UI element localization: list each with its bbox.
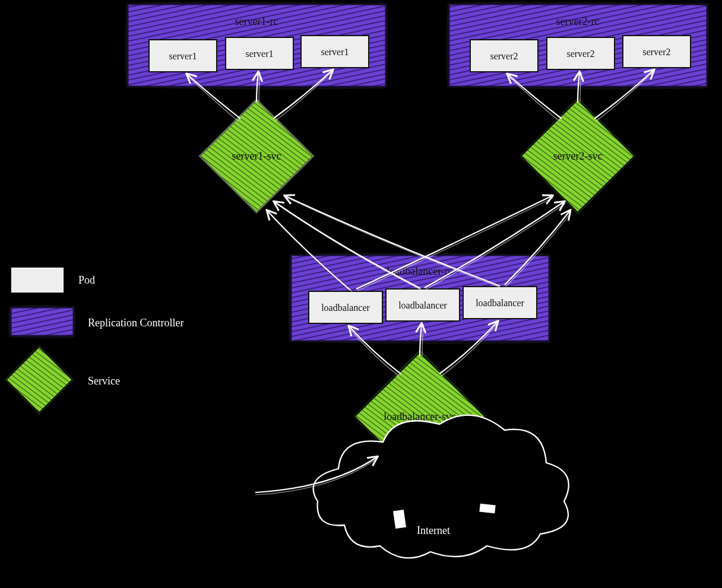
cloud-label: Internet bbox=[417, 525, 450, 536]
svc1-label: server1-svc bbox=[232, 150, 281, 162]
pod: server2 bbox=[623, 36, 691, 68]
svc-server1: server1-svc bbox=[200, 99, 314, 213]
pod-label: loadbalancer bbox=[321, 303, 370, 313]
pod-label: server1 bbox=[245, 49, 273, 59]
pod-label: server1 bbox=[321, 47, 349, 57]
cloud-internet: Internet bbox=[314, 415, 569, 558]
svg-rect-20 bbox=[479, 504, 495, 514]
pod-label: server2 bbox=[642, 47, 670, 57]
rc-server2: server2-rc server2 server2 server2 bbox=[447, 2, 709, 88]
rc-loadbalancer: loadbalancer-rc loadbalancer loadbalance… bbox=[289, 253, 551, 343]
pod: server1 bbox=[226, 37, 293, 69]
svg-rect-21 bbox=[11, 267, 64, 293]
svg-rect-23 bbox=[5, 346, 72, 413]
pod-label: server2 bbox=[490, 51, 518, 61]
pod: server1 bbox=[301, 36, 369, 68]
svg-rect-22 bbox=[11, 307, 74, 336]
pod: loadbalancer bbox=[386, 289, 460, 321]
rc1-title: server1-rc bbox=[235, 15, 278, 27]
pod: loadbalancer bbox=[463, 287, 537, 319]
legend-rc-label: Replication Controller bbox=[88, 317, 183, 329]
pod: server2 bbox=[470, 40, 538, 72]
svc2-label: server2-svc bbox=[553, 150, 603, 162]
pod-label: server2 bbox=[566, 49, 594, 59]
pod: loadbalancer bbox=[309, 291, 382, 323]
rc2-title: server2-rc bbox=[556, 15, 600, 27]
pod: server1 bbox=[149, 40, 217, 72]
legend: Pod Replication Controller Service bbox=[5, 267, 183, 414]
pod-label: loadbalancer bbox=[398, 300, 447, 310]
pod-label: loadbalancer bbox=[476, 298, 524, 308]
rc-server1: server1-rc server1 server1 server1 bbox=[126, 2, 388, 88]
pod-label: server1 bbox=[169, 51, 197, 61]
legend-pod-label: Pod bbox=[78, 274, 95, 286]
pod: server2 bbox=[547, 37, 615, 69]
legend-svc-label: Service bbox=[88, 375, 120, 387]
svc-server2: server2-svc bbox=[521, 99, 635, 213]
